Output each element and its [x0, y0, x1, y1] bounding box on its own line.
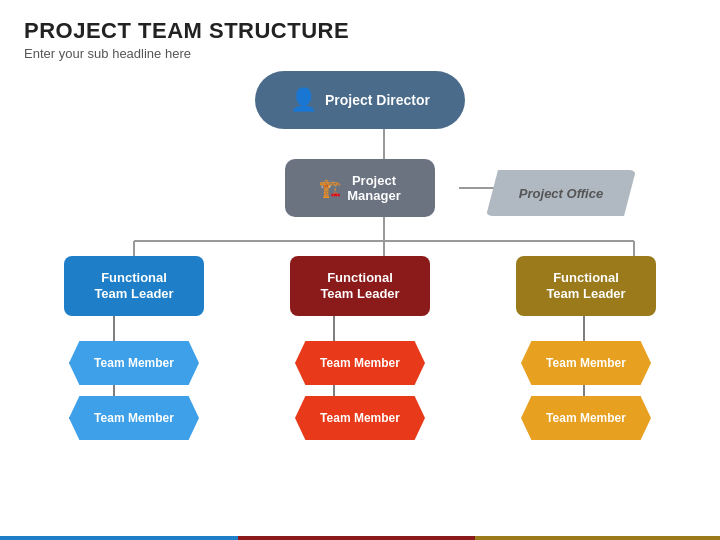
- chart-area: 👤 Project Director 🏗️ Project Manager Pr…: [24, 71, 696, 501]
- manager-icon: 🏗️: [319, 179, 341, 197]
- director-icon: 👤: [290, 89, 317, 111]
- team-member-blue-1: Team Member: [69, 341, 199, 385]
- team-member-orange-1: Team Member: [521, 341, 651, 385]
- ftl-center-node: Functional Team Leader: [290, 256, 430, 316]
- main-title: PROJECT TEAM STRUCTURE: [24, 18, 696, 44]
- bottom-bar: [0, 536, 720, 540]
- team-member-red-2: Team Member: [295, 396, 425, 440]
- team-member-orange-2: Team Member: [521, 396, 651, 440]
- project-director-node: 👤 Project Director: [255, 71, 465, 129]
- office-label: Project Office: [519, 186, 603, 201]
- manager-label: Project Manager: [347, 173, 400, 203]
- ftl-right-node: Functional Team Leader: [516, 256, 656, 316]
- page: PROJECT TEAM STRUCTURE Enter your sub he…: [0, 0, 720, 540]
- ftl-left-node: Functional Team Leader: [64, 256, 204, 316]
- project-manager-node: 🏗️ Project Manager: [285, 159, 435, 217]
- team-member-red-1: Team Member: [295, 341, 425, 385]
- sub-title: Enter your sub headline here: [24, 46, 696, 61]
- director-label: Project Director: [325, 92, 430, 108]
- team-member-blue-2: Team Member: [69, 396, 199, 440]
- project-office-node: Project Office: [486, 170, 636, 216]
